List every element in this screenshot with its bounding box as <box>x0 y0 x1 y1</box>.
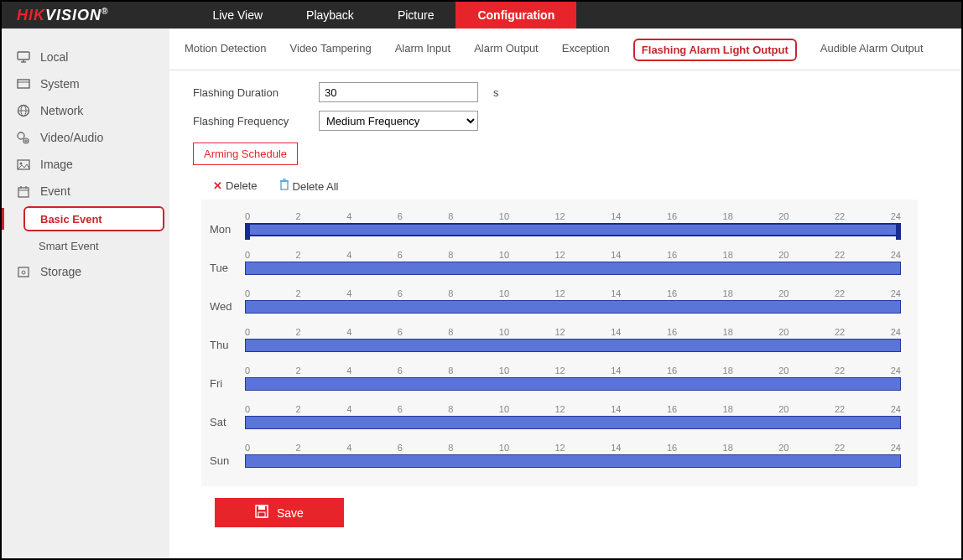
sidebar-item-system[interactable]: System <box>2 70 169 97</box>
sidebar-item-network[interactable]: Network <box>2 97 169 124</box>
flashing-frequency-label: Flashing Frequency <box>193 115 319 127</box>
sidebar-item-label: Video/Audio <box>40 131 103 144</box>
schedule-row-fri: Fri024681012141618202224 <box>210 359 901 397</box>
main-content: Motion Detection Video Tampering Alarm I… <box>169 29 961 558</box>
time-ruler: 024681012141618202224 <box>245 250 901 260</box>
topbar: HIKVISION® Live View Playback Picture Co… <box>2 2 961 29</box>
time-track[interactable]: 024681012141618202224 <box>245 327 901 352</box>
schedule-bar[interactable] <box>245 454 901 468</box>
svg-rect-23 <box>258 512 265 517</box>
sidebar-item-label: Storage <box>40 265 81 278</box>
brand-reg: ® <box>102 7 108 16</box>
drag-handle-left[interactable] <box>245 223 250 240</box>
schedule-bar[interactable] <box>245 416 901 429</box>
time-track[interactable]: 024681012141618202224 <box>245 250 901 275</box>
schedule-bar[interactable] <box>245 339 901 352</box>
tab-flashing-alarm-light-output[interactable]: Flashing Alarm Light Output <box>633 39 797 61</box>
time-track[interactable]: 024681012141618202224 <box>245 366 901 391</box>
sidebar-item-label: Event <box>40 184 70 198</box>
svg-rect-12 <box>18 188 29 197</box>
sidebar: Local System Network Video/Audio Image E… <box>2 29 169 558</box>
schedule-bar[interactable] <box>245 223 901 236</box>
brand-logo: HIKVISION® <box>2 7 123 24</box>
sidebar-item-label: Local <box>40 50 68 64</box>
brand-prefix: HIK <box>17 7 45 23</box>
time-ruler: 024681012141618202224 <box>245 443 901 453</box>
sidebar-item-label: Network <box>40 104 83 117</box>
day-label: Sat <box>210 406 245 428</box>
time-ruler: 024681012141618202224 <box>245 211 901 221</box>
schedule-row-tue: Tue024681012141618202224 <box>210 243 901 282</box>
save-icon <box>255 505 268 521</box>
schedule-bar[interactable] <box>245 300 901 314</box>
storage-icon <box>17 265 30 278</box>
flashing-frequency-select[interactable]: Medium Frequency <box>319 111 478 131</box>
network-icon <box>17 104 30 117</box>
tab-audible-alarm-output[interactable]: Audible Alarm Output <box>820 42 924 61</box>
form-area: Flashing Duration s Flashing Frequency M… <box>169 70 961 539</box>
schedule-row-mon: Mon024681012141618202224 <box>210 205 901 243</box>
image-icon <box>17 158 30 171</box>
sidebar-item-event[interactable]: Event <box>2 178 169 205</box>
day-label: Wed <box>210 290 245 313</box>
svg-rect-18 <box>281 181 288 189</box>
close-icon: ✕ <box>213 179 222 192</box>
svg-point-8 <box>18 132 24 139</box>
time-ruler: 024681012141618202224 <box>245 404 901 414</box>
sidebar-sub-smart-event[interactable]: Smart Event <box>2 233 169 258</box>
tab-alarm-output[interactable]: Alarm Output <box>474 42 539 61</box>
sub-tabs: Motion Detection Video Tampering Alarm I… <box>169 29 961 70</box>
svg-rect-16 <box>18 267 29 277</box>
sidebar-item-storage[interactable]: Storage <box>2 258 169 285</box>
sidebar-sub-basic-event[interactable]: Basic Event <box>23 206 164 231</box>
day-label: Sun <box>210 444 245 467</box>
time-ruler: 024681012141618202224 <box>245 366 901 376</box>
tab-motion-detection[interactable]: Motion Detection <box>185 42 267 61</box>
sidebar-item-local[interactable]: Local <box>2 44 169 70</box>
schedule-toolbar: ✕Delete Delete All <box>193 174 938 200</box>
schedule-bar[interactable] <box>245 377 901 391</box>
nav-configuration[interactable]: Configuration <box>455 2 576 29</box>
arming-schedule-tab[interactable]: Arming Schedule <box>193 143 298 165</box>
trash-icon <box>279 180 289 193</box>
nav-playback[interactable]: Playback <box>284 2 376 29</box>
system-icon <box>17 77 30 91</box>
drag-handle-right[interactable] <box>896 223 901 240</box>
day-label: Fri <box>210 367 245 390</box>
schedule-row-sun: Sun024681012141618202224 <box>210 436 901 474</box>
tab-exception[interactable]: Exception <box>562 42 610 61</box>
time-track[interactable]: 024681012141618202224 <box>245 404 901 429</box>
sidebar-item-label: Image <box>40 158 73 171</box>
video-audio-icon <box>17 131 30 144</box>
tab-video-tampering[interactable]: Video Tampering <box>290 42 372 61</box>
time-track[interactable]: 024681012141618202224 <box>245 211 901 236</box>
day-label: Thu <box>210 329 245 351</box>
svg-point-11 <box>20 162 23 164</box>
time-ruler: 024681012141618202224 <box>245 327 901 337</box>
sidebar-item-videoaudio[interactable]: Video/Audio <box>2 124 169 151</box>
delete-button[interactable]: ✕Delete <box>213 179 258 192</box>
time-ruler: 024681012141618202224 <box>245 288 901 298</box>
save-button[interactable]: Save <box>215 498 344 527</box>
sidebar-item-label: System <box>40 77 80 91</box>
delete-all-button[interactable]: Delete All <box>279 179 339 193</box>
duration-unit: s <box>493 86 499 99</box>
nav-picture[interactable]: Picture <box>376 2 456 29</box>
day-label: Tue <box>210 251 245 274</box>
event-icon <box>17 184 30 198</box>
schedule-row-thu: Thu024681012141618202224 <box>210 320 901 359</box>
tab-alarm-input[interactable]: Alarm Input <box>395 42 450 61</box>
flashing-duration-label: Flashing Duration <box>193 86 319 99</box>
time-track[interactable]: 024681012141618202224 <box>245 288 901 314</box>
top-nav: Live View Playback Picture Configuration <box>190 2 576 29</box>
schedule-bar[interactable] <box>245 262 901 275</box>
schedule-grid: Mon024681012141618202224Tue0246810121416… <box>201 200 918 486</box>
schedule-row-sat: Sat024681012141618202224 <box>210 397 901 436</box>
flashing-duration-input[interactable] <box>319 82 478 102</box>
nav-live-view[interactable]: Live View <box>190 2 284 29</box>
sidebar-item-image[interactable]: Image <box>2 151 169 178</box>
svg-rect-0 <box>18 52 29 60</box>
time-track[interactable]: 024681012141618202224 <box>245 443 901 468</box>
day-label: Mon <box>210 213 245 236</box>
svg-rect-22 <box>258 506 265 510</box>
